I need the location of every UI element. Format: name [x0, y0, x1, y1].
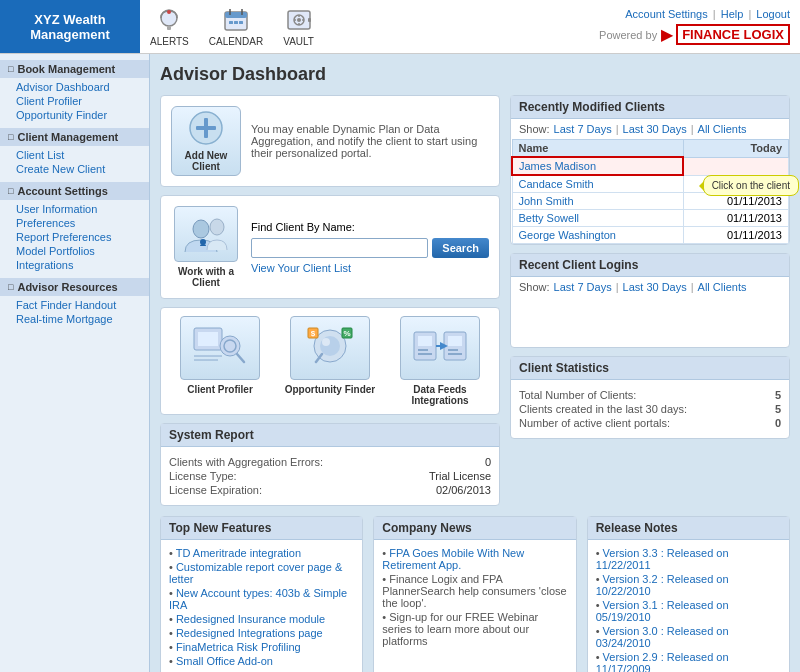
release-notes-header: Release Notes	[588, 517, 789, 540]
view-client-list-link[interactable]: View Your Client List	[251, 262, 489, 274]
client-date: 01/11/2013	[683, 210, 788, 227]
svg-rect-44	[448, 349, 458, 351]
feature-item[interactable]: FinaMetrica Risk Profiling	[169, 640, 354, 654]
sidebar-item-client-list[interactable]: Client List	[16, 148, 149, 162]
client-date: 01/11/2013	[683, 227, 788, 244]
release-item[interactable]: Version 2.9 : Released on 11/17/2009	[596, 650, 781, 672]
sidebar-item-preferences[interactable]: Preferences	[16, 216, 149, 230]
recent-logins-header: Recent Client Logins	[511, 254, 789, 277]
opportunity-finder-label: Opportunity Finder	[285, 384, 376, 395]
recently-modified-row: James Madison	[512, 157, 789, 175]
mini-icon-client-profiler[interactable]: Client Profiler	[169, 316, 271, 406]
svg-point-12	[297, 18, 301, 22]
recently-modified-row: Betty Sowell01/11/2013	[512, 210, 789, 227]
nav-vault[interactable]: VAULT	[283, 6, 314, 47]
client-name-link[interactable]: Candace Smith	[519, 178, 594, 190]
recently-modified-show-row: Show: Last 7 Days | Last 30 Days | All C…	[511, 119, 789, 139]
feature-item[interactable]: Redesigned Integrations page	[169, 626, 354, 640]
feature-item[interactable]: TD Ameritrade integration	[169, 546, 354, 560]
div2-rm: |	[691, 123, 694, 135]
feature-item[interactable]: Redesigned Insurance module	[169, 612, 354, 626]
sidebar-item-client-profiler-bm[interactable]: Client Profiler	[16, 94, 149, 108]
account-settings-link[interactable]: Account Settings	[625, 8, 708, 20]
release-item[interactable]: Version 3.0 : Released on 03/24/2010	[596, 624, 781, 650]
div2-rl: |	[691, 281, 694, 293]
sidebar-item-opportunity-finder[interactable]: Opportunity Finder	[16, 108, 149, 122]
sidebar-item-create-new-client[interactable]: Create New Client	[16, 162, 149, 176]
svg-point-33	[322, 338, 330, 346]
filter-all-rl[interactable]: All Clients	[698, 281, 747, 293]
mini-icon-opportunity-finder[interactable]: $ % Opportunity Finder	[279, 316, 381, 406]
opportunity-finder-image: $ %	[290, 316, 370, 380]
logo-line1: XYZ Wealth	[30, 12, 109, 27]
sidebar-item-report-preferences[interactable]: Report Preferences	[16, 230, 149, 244]
svg-rect-4	[225, 12, 247, 18]
work-icon-container: Work with a Client	[171, 206, 241, 288]
top-right-links: Account Settings | Help | Logout Powered…	[589, 0, 800, 53]
system-report-card: System Report Clients with Aggregation E…	[160, 423, 500, 506]
client-statistics-card: Client Statistics Total Number of Client…	[510, 356, 790, 439]
client-statistics-header: Client Statistics	[511, 357, 789, 380]
add-new-client-icon[interactable]: Add New Client	[171, 106, 241, 176]
client-name-link[interactable]: Betty Sowell	[519, 212, 580, 224]
feature-item[interactable]: Small Office Add-on	[169, 654, 354, 668]
top-new-features-header: Top New Features	[161, 517, 362, 540]
logout-link[interactable]: Logout	[756, 8, 790, 20]
filter-last7-rl[interactable]: Last 7 Days	[554, 281, 612, 293]
filter-all-rm[interactable]: All Clients	[698, 123, 747, 135]
client-profiler-label: Client Profiler	[187, 384, 253, 395]
news-link[interactable]: FPA Goes Mobile With New Retirement App.	[382, 547, 524, 571]
top-section: Add New Client You may enable Dynamic Pl…	[160, 95, 790, 506]
filter-last7-rm[interactable]: Last 7 Days	[554, 123, 612, 135]
help-link[interactable]: Help	[721, 8, 744, 20]
release-item[interactable]: Version 3.2 : Released on 10/22/2010	[596, 572, 781, 598]
nav-calendar-label: CALENDAR	[209, 36, 263, 47]
sidebar-item-integrations[interactable]: Integrations	[16, 258, 149, 272]
caret-book: □	[8, 64, 13, 74]
svg-text:$: $	[311, 329, 316, 338]
svg-point-32	[320, 336, 340, 356]
add-new-client-label: Add New Client	[172, 150, 240, 172]
data-feeds-image	[400, 316, 480, 380]
mini-icon-data-feeds[interactable]: Data Feeds Integrations	[389, 316, 491, 406]
sidebar-item-advisor-dashboard[interactable]: Advisor Dashboard	[16, 80, 149, 94]
company-news-card: Company News FPA Goes Mobile With New Re…	[373, 516, 576, 672]
sidebar-item-model-portfolios[interactable]: Model Portfolios	[16, 244, 149, 258]
add-new-client-action: Add New Client You may enable Dynamic Pl…	[161, 96, 499, 186]
client-name-link[interactable]: John Smith	[519, 195, 574, 207]
sidebar-item-realtime-mortgage[interactable]: Real-time Mortgage	[16, 312, 149, 326]
report-value-1: Trial License	[429, 470, 491, 482]
sidebar-section-header-advisor[interactable]: □ Advisor Resources	[0, 278, 149, 296]
release-item[interactable]: Version 3.1 : Released on 05/19/2010	[596, 598, 781, 624]
sidebar-item-fact-finder[interactable]: Fact Finder Handout	[16, 298, 149, 312]
filter-last30-rm[interactable]: Last 30 Days	[623, 123, 687, 135]
release-item[interactable]: Version 3.3 : Released on 11/22/2011	[596, 546, 781, 572]
nav-alerts[interactable]: ALERTS	[150, 6, 189, 47]
client-name-link[interactable]: George Washington	[519, 229, 616, 241]
sidebar-section-header-book[interactable]: □ Book Management	[0, 60, 149, 78]
svg-rect-41	[418, 353, 432, 355]
stats-row-0: Total Number of Clients: 5	[519, 388, 781, 402]
callout-text: Click on the client	[712, 180, 790, 191]
recently-modified-header: Recently Modified Clients	[511, 96, 789, 119]
search-button[interactable]: Search	[432, 238, 489, 258]
feature-item[interactable]: Customizable report cover page & letter	[169, 560, 354, 586]
add-new-client-description: You may enable Dynamic Plan or Data Aggr…	[251, 123, 489, 159]
system-report-header: System Report	[161, 424, 499, 447]
find-client-input[interactable]	[251, 238, 428, 258]
stats-label-0: Total Number of Clients:	[519, 389, 636, 401]
logo: XYZ Wealth Management	[0, 0, 140, 53]
sidebar-section-header-account[interactable]: □ Account Settings	[0, 182, 149, 200]
client-name-link[interactable]: James Madison	[519, 160, 596, 172]
sidebar-item-user-information[interactable]: User Information	[16, 202, 149, 216]
nav-alerts-label: ALERTS	[150, 36, 189, 47]
filter-last30-rl[interactable]: Last 30 Days	[623, 281, 687, 293]
svg-rect-39	[418, 336, 432, 346]
nav-calendar[interactable]: CALENDAR	[209, 6, 263, 47]
left-panel: Add New Client You may enable Dynamic Pl…	[160, 95, 500, 506]
stats-label-2: Number of active client portals:	[519, 417, 670, 429]
svg-rect-43	[448, 336, 462, 346]
report-value-2: 02/06/2013	[436, 484, 491, 496]
sidebar-section-header-client[interactable]: □ Client Management	[0, 128, 149, 146]
feature-item[interactable]: New Account types: 403b & Simple IRA	[169, 586, 354, 612]
